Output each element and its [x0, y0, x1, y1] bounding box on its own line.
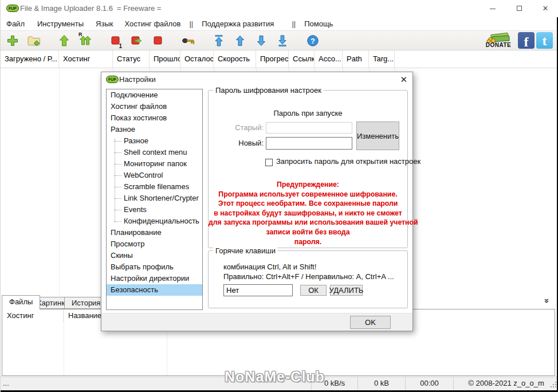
status-time: 00:00 [405, 377, 453, 390]
move-bottom-icon[interactable] [275, 33, 290, 48]
app-logo-icon: FUP [6, 5, 19, 12]
tree-item-webcontrol[interactable]: WebControl [107, 170, 202, 181]
title-bar: FUP File & Image Uploader 8.1.6 = Freewa… [1, 0, 558, 17]
hotkeys-hint-line2: Правильно: Ctrl+Alt+F / Неправильно: A, … [223, 272, 394, 281]
close-button[interactable]: ✕ [532, 0, 558, 17]
column-header-speed[interactable]: Скорость [214, 50, 256, 68]
minimize-button[interactable] [480, 0, 506, 17]
collapse-panel-icon[interactable]: » [543, 299, 551, 303]
resize-grip[interactable] [551, 382, 552, 383]
old-password-label: Старый: [213, 122, 264, 134]
menu-item-file-hosting[interactable]: Хостинг файлов [120, 18, 185, 29]
add-files-icon[interactable] [5, 33, 20, 48]
menu-item-file[interactable]: Файл [2, 18, 29, 29]
column-header-target[interactable]: Targ... [369, 50, 395, 68]
donate-label: DONATE [486, 42, 511, 48]
tree-item-scheduling[interactable]: Планирование [107, 227, 202, 238]
svg-text:?: ? [311, 36, 315, 45]
tree-item-file-hosting[interactable]: Хостинг файлов [107, 101, 202, 112]
dialog-title-bar[interactable]: FUP Настройки ✕ [101, 72, 412, 87]
tree-item-misc[interactable]: Разное [107, 124, 202, 135]
move-down-icon[interactable] [254, 33, 269, 48]
tree-item-skins[interactable]: Скины [107, 250, 202, 261]
tree-item-folder-monitoring[interactable]: Мониторинг папок [107, 158, 202, 170]
tree-item-security[interactable]: Безопасность [107, 284, 202, 296]
tree-item-show-hostings[interactable]: Показ хостингов [107, 112, 202, 124]
facebook-icon[interactable]: f [518, 32, 535, 49]
toolbar-right-cluster: DONATE f t [481, 30, 553, 50]
stop-all-icon[interactable] [151, 33, 166, 48]
upload-icon[interactable] [57, 33, 72, 48]
hotkey-input[interactable] [223, 284, 293, 296]
menu-bar: Файл Инструменты Язык Хостинг файлов || … [1, 17, 558, 30]
hotkeys-group-legend: Горячие клавиши [213, 246, 278, 255]
app-window: FUP File & Image Uploader 8.1.6 = Freewa… [0, 0, 558, 392]
stop-and-continue-icon[interactable] [129, 33, 144, 48]
new-password-label: Новый: [213, 138, 264, 149]
stop-one-icon[interactable]: 1 [108, 33, 123, 48]
column-header-path[interactable]: Path [343, 50, 369, 68]
ask-password-checkbox[interactable] [265, 159, 273, 166]
hotkeys-hint-line1: комбинация Ctrl, Alt и Shift! [223, 262, 316, 271]
tree-item-events[interactable]: Events [107, 204, 202, 215]
watermark-text: NoNaMe-Club [225, 369, 325, 385]
column-divider [64, 309, 64, 375]
maximize-button[interactable] [506, 0, 532, 17]
status-copyright: © 2008-2021 z_o_o_m [453, 377, 558, 390]
password-group-legend: Пароль шифрования настроек [213, 86, 324, 95]
column-header-elapsed[interactable]: Прошло [150, 50, 180, 68]
column-header-uploaded[interactable]: Загружено / Р... [1, 50, 59, 68]
tree-item-misc-sub[interactable]: Разное [107, 135, 202, 147]
dialog-title: Настройки [119, 75, 156, 84]
column-header-status[interactable]: Статус [113, 50, 150, 68]
tree-item-connection[interactable]: Подключение [107, 89, 202, 101]
twitter-icon[interactable]: t [536, 32, 553, 49]
password-group: Пароль шифрования настроек Пароль при за… [208, 90, 408, 248]
old-password-input[interactable] [266, 122, 352, 134]
tree-item-privacy[interactable]: Конфиденциальность [107, 215, 202, 227]
window-title: File & Image Uploader 8.1.6 = Freeware = [20, 4, 161, 13]
menu-item-tools[interactable]: Инструменты [33, 18, 88, 29]
tree-item-choose-profile[interactable]: Выбрать профиль [107, 261, 202, 273]
menu-separator: || [185, 18, 197, 29]
dialog-ok-button[interactable]: OK [350, 316, 391, 329]
change-password-button[interactable]: Измененить [356, 121, 399, 150]
move-top-icon[interactable] [211, 33, 226, 48]
tree-item-shell-context-menu[interactable]: Shell context menu [107, 147, 202, 158]
hotkey-ok-button[interactable]: ОК [300, 285, 327, 296]
encryption-warning: Предупреждение: Программа использует сов… [209, 180, 407, 246]
dialog-close-icon[interactable]: ✕ [400, 75, 407, 85]
help-icon[interactable]: ? [305, 33, 320, 48]
column-header-hosting-bottom[interactable]: Хостинг [2, 309, 64, 322]
stop-one-badge: 1 [119, 43, 122, 49]
column-header-link[interactable]: Ссылка [289, 50, 315, 68]
key-icon[interactable] [181, 33, 196, 48]
tree-item-link-shortener[interactable]: Link Shortener/Crypter [107, 193, 202, 204]
menu-item-help[interactable]: Помощь [300, 18, 337, 29]
ask-password-checkbox-label[interactable]: Запросить пароль для открытия настроек [276, 157, 421, 166]
tree-item-view[interactable]: Просмотр [107, 238, 202, 250]
menu-item-support-development[interactable]: Поддержка развития [197, 18, 278, 29]
toolbar: R 1 [1, 30, 558, 50]
status-total-size: 0 kB [357, 377, 405, 390]
menu-separator: || [288, 18, 300, 29]
donate-button[interactable]: DONATE [481, 32, 516, 48]
tree-item-scramble-filenames[interactable]: Scramble filenames [107, 181, 202, 193]
hotkey-delete-button[interactable]: УДАЛИТЬ [330, 285, 363, 296]
retry-badge: R [78, 32, 82, 37]
settings-dialog: FUP Настройки ✕ Подключение Хостинг файл… [101, 72, 413, 331]
move-up-icon[interactable] [233, 33, 247, 48]
column-header-account[interactable]: Acco... [315, 50, 343, 68]
tree-item-directory-settings[interactable]: Настройки директории [107, 273, 202, 284]
add-folder-icon[interactable] [26, 33, 41, 48]
settings-tree[interactable]: Подключение Хостинг файлов Показ хостинг… [106, 89, 203, 310]
menu-item-language[interactable]: Язык [91, 18, 117, 29]
tab-files[interactable]: Файлы [2, 295, 40, 309]
column-header-progress[interactable]: Прогресс [256, 50, 289, 68]
status-left-text: ... [3, 377, 9, 390]
column-header-hosting[interactable]: Хостинг [59, 50, 113, 68]
upload-all-icon[interactable]: R [78, 33, 93, 48]
column-header-remaining[interactable]: Осталось [180, 50, 214, 68]
dialog-logo-icon: FUP [106, 76, 119, 83]
new-password-input[interactable] [266, 137, 352, 150]
